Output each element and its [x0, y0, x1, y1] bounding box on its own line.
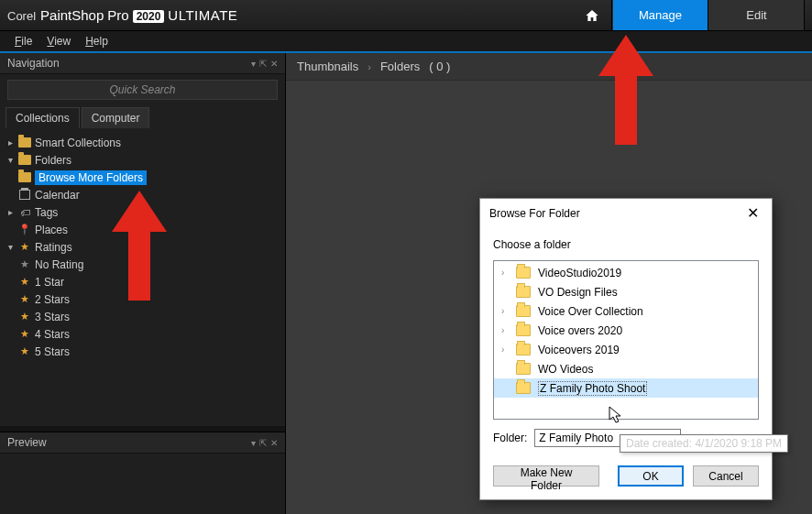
folder-icon — [516, 267, 531, 279]
tree-browse-more-folders[interactable]: Browse More Folders — [2, 169, 283, 186]
menu-view[interactable]: View — [41, 33, 76, 49]
star-icon: ★ — [18, 276, 31, 288]
breadcrumb-count: ( 0 ) — [429, 60, 450, 73]
tree-folders[interactable]: ▾Folders — [2, 151, 283, 169]
pin-icon: 📍 — [18, 224, 31, 235]
preview-header[interactable]: Preview ▾ ⇱ ✕ — [0, 432, 285, 454]
preview-title: Preview — [7, 436, 47, 449]
brand-year: 2020 — [133, 10, 165, 23]
svg-marker-1 — [112, 191, 167, 301]
tab-edit[interactable]: Edit — [708, 0, 805, 30]
tab-computer[interactable]: Computer — [82, 107, 150, 128]
folder-icon — [516, 324, 531, 336]
home-icon — [585, 8, 599, 23]
chevron-right-icon: › — [368, 61, 371, 72]
folder-tree[interactable]: ›VideoStudio2019 VO Design Files ›Voice … — [493, 260, 759, 420]
star-icon: ★ — [18, 345, 31, 357]
svg-marker-0 — [598, 35, 653, 145]
folder-row[interactable]: ›VideoStudio2019 — [494, 263, 758, 282]
make-new-folder-button[interactable]: Make New Folder — [493, 465, 599, 487]
tab-collections[interactable]: Collections — [5, 107, 80, 128]
folder-icon — [516, 286, 531, 298]
home-button[interactable] — [572, 0, 612, 30]
workspace-tabs: Manage Edit — [572, 0, 805, 30]
calendar-icon — [19, 190, 30, 200]
menu-help[interactable]: Help — [80, 33, 114, 49]
brand-pro: Pro — [107, 7, 128, 23]
panel-close-icon[interactable]: ✕ — [270, 59, 278, 69]
cancel-button[interactable]: Cancel — [693, 465, 759, 487]
title-bar: Corel PaintShop Pro 2020 ULTIMATE Manage… — [0, 0, 812, 31]
folder-row[interactable]: VO Design Files — [494, 282, 758, 301]
folder-icon — [18, 155, 31, 165]
nav-subtabs: Collections Computer — [0, 107, 285, 128]
folder-icon — [516, 382, 531, 394]
browse-for-folder-dialog: Browse For Folder ✕ Choose a folder ›Vid… — [479, 198, 773, 500]
date-created-tooltip: Date created: 4/1/2020 9:18 PM — [620, 434, 788, 453]
folder-icon — [516, 363, 531, 375]
annotation-arrow-top — [598, 35, 653, 145]
star-icon: ★ — [18, 258, 31, 270]
menu-file[interactable]: File — [9, 33, 38, 49]
tree-4-stars[interactable]: ★4 Stars — [2, 325, 283, 343]
menu-bar: File View Help — [0, 31, 812, 51]
panel-menu-icon[interactable]: ▾ — [251, 59, 256, 69]
dialog-title: Browse For Folder — [489, 207, 580, 220]
folder-row[interactable]: ›Voiceovers 2019 — [494, 340, 758, 359]
panel-pin-icon[interactable]: ⇱ — [259, 438, 267, 448]
preview-panel: Preview ▾ ⇱ ✕ — [0, 432, 285, 514]
tab-manage[interactable]: Manage — [612, 0, 708, 30]
tree-3-stars[interactable]: ★3 Stars — [2, 308, 283, 325]
star-icon: ★ — [18, 311, 31, 323]
folder-icon — [18, 172, 31, 182]
quick-search-input[interactable]: Quick Search — [7, 80, 278, 100]
tree-smart-collections[interactable]: ▸Smart Collections — [2, 134, 283, 151]
cursor-icon — [609, 406, 623, 424]
breadcrumb-folders[interactable]: Folders — [380, 60, 420, 73]
folder-label: Folder: — [493, 432, 527, 444]
brand-edition: ULTIMATE — [168, 7, 237, 23]
folder-row-selected[interactable]: Z Family Photo Shoot — [494, 378, 758, 398]
ok-button[interactable]: OK — [618, 465, 684, 487]
folder-icon — [18, 137, 31, 148]
dialog-close-button[interactable]: ✕ — [743, 204, 763, 222]
dialog-instruction: Choose a folder — [493, 238, 759, 251]
star-icon: ★ — [18, 241, 31, 253]
star-icon: ★ — [18, 293, 31, 305]
app-brand: Corel PaintShop Pro 2020 ULTIMATE — [7, 7, 237, 23]
folder-row[interactable]: WO Videos — [494, 359, 758, 378]
dialog-title-bar[interactable]: Browse For Folder ✕ — [480, 199, 772, 227]
folder-row[interactable]: ›Voice overs 2020 — [494, 321, 758, 340]
star-icon: ★ — [18, 328, 31, 340]
panel-pin-icon[interactable]: ⇱ — [259, 59, 267, 69]
tag-icon: 🏷 — [18, 207, 31, 218]
annotation-arrow-left — [112, 191, 167, 301]
panel-close-icon[interactable]: ✕ — [270, 438, 278, 448]
folder-icon — [516, 305, 531, 317]
navigation-title: Navigation — [7, 57, 60, 70]
brand-name: PaintShop — [40, 7, 104, 23]
tree-5-stars[interactable]: ★5 Stars — [2, 343, 283, 360]
brand-corel: Corel — [7, 9, 36, 23]
breadcrumb: Thumbnails › Folders ( 0 ) — [286, 53, 812, 81]
navigation-header[interactable]: Navigation ▾ ⇱ ✕ — [0, 53, 285, 74]
folder-icon — [516, 344, 531, 355]
panel-menu-icon[interactable]: ▾ — [251, 438, 256, 448]
folder-row[interactable]: ›Voice Over Collection — [494, 301, 758, 321]
breadcrumb-thumbnails[interactable]: Thumbnails — [297, 60, 358, 73]
